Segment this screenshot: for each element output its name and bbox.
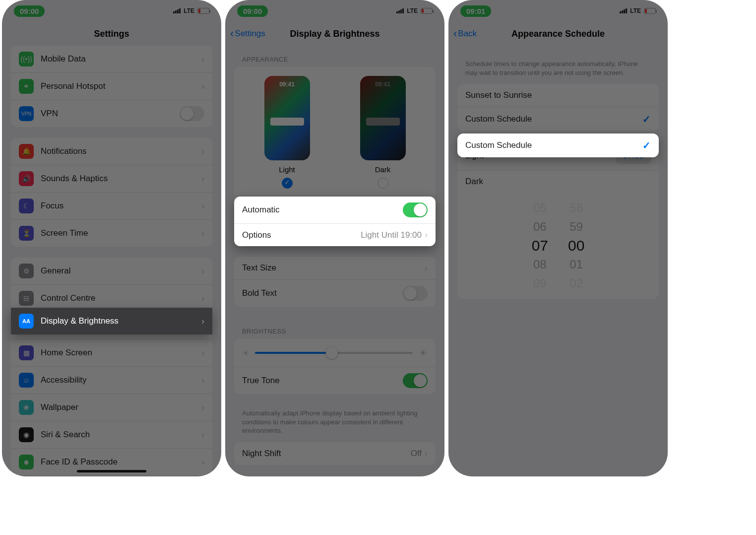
chevron-right-icon: › — [425, 448, 428, 459]
status-bar: 09:00 LTE — [225, 0, 444, 22]
hotspot-icon: ⚭ — [19, 79, 34, 94]
grid-icon: ▦ — [19, 345, 34, 360]
settings-group-alerts: 🔔 Notifications › 🔊 Sounds & Haptics › ☾… — [11, 138, 212, 247]
flower-icon: ❀ — [19, 400, 34, 415]
chevron-right-icon: › — [201, 146, 204, 157]
checkmark-icon: ✓ — [642, 139, 651, 151]
text-size-row[interactable]: Text Size › — [234, 257, 436, 279]
brightness-slider[interactable] — [255, 352, 413, 354]
options-row-highlight[interactable]: Options Light Until 19:00 › — [234, 223, 436, 246]
light-radio[interactable] — [282, 178, 293, 189]
light-preview — [264, 76, 310, 160]
settings-screen: 09:00 LTE Settings ((•)) Mobile Data › ⚭… — [2, 0, 221, 476]
sounds-row[interactable]: 🔊 Sounds & Haptics › — [11, 165, 212, 192]
highlight-display-row: AA Display & Brightness › — [11, 308, 212, 334]
text-group: Text Size › Bold Text — [234, 257, 436, 307]
network-label: LTE — [630, 7, 641, 14]
gear-icon: ⚙ — [19, 264, 34, 278]
chevron-right-icon: › — [201, 430, 204, 440]
notifications-row[interactable]: 🔔 Notifications › — [11, 138, 212, 165]
vpn-toggle[interactable] — [180, 106, 204, 121]
display-brightness-row-highlight[interactable]: AA Display & Brightness › — [11, 308, 212, 334]
network-label: LTE — [407, 7, 418, 14]
text-size-icon: AA — [19, 314, 34, 329]
accessibility-icon: ☺ — [19, 373, 34, 388]
time-picker[interactable]: 05 06 07 08 09 58 59 00 01 02 — [457, 193, 659, 299]
hour-wheel[interactable]: 05 06 07 08 09 — [532, 199, 548, 293]
bold-toggle[interactable] — [403, 286, 428, 301]
bold-text-row[interactable]: Bold Text — [234, 279, 436, 307]
brightness-group: ☀ ☀ True Tone — [234, 339, 436, 394]
appearance-dark[interactable]: Dark — [360, 76, 406, 189]
minute-wheel[interactable]: 58 59 00 01 02 — [568, 199, 584, 293]
home-screen-row[interactable]: ▦ Home Screen › — [11, 339, 212, 366]
checkmark-icon: ✓ — [642, 113, 651, 125]
chevron-right-icon: › — [201, 228, 204, 239]
focus-row[interactable]: ☾ Focus › — [11, 192, 212, 219]
true-tone-row[interactable]: True Tone — [234, 367, 436, 394]
chevron-left-icon: ‹ — [230, 27, 234, 40]
siri-row[interactable]: ◉ Siri & Search › — [11, 421, 212, 448]
back-button[interactable]: ‹ Back — [453, 27, 477, 40]
dark-time-row[interactable]: Dark — [457, 170, 659, 193]
appearance-header: Appearance — [225, 46, 444, 67]
dark-preview — [360, 76, 406, 160]
chevron-right-icon: › — [201, 54, 204, 65]
battery-icon — [421, 8, 433, 14]
appearance-schedule-screen: 09:01 LTE ‹ Back Appearance Schedule Sch… — [448, 0, 668, 476]
speaker-icon: 🔊 — [19, 171, 34, 186]
sunset-sunrise-row[interactable]: Sunset to Sunrise — [457, 84, 659, 107]
chevron-right-icon: › — [201, 375, 204, 386]
page-title: Display & Brightness — [290, 29, 379, 39]
sun-large-icon: ☀ — [419, 347, 428, 359]
chevron-right-icon: › — [201, 348, 204, 358]
night-shift-group: Night Shift Off › — [234, 442, 436, 465]
chevron-right-icon: › — [201, 402, 204, 413]
chevron-right-icon: › — [201, 293, 204, 304]
personal-hotspot-row[interactable]: ⚭ Personal Hotspot › — [11, 72, 212, 100]
auto-lock-group: Auto-Lock 1 minute › — [234, 476, 436, 476]
true-tone-toggle[interactable] — [403, 373, 428, 388]
home-indicator[interactable] — [77, 470, 146, 472]
status-bar: 09:00 LTE — [2, 0, 221, 22]
signal-icon — [396, 8, 404, 13]
navbar: Settings — [2, 22, 221, 46]
bell-icon: 🔔 — [19, 144, 34, 159]
chevron-right-icon: › — [201, 174, 204, 184]
moon-icon: ☾ — [19, 199, 34, 213]
night-shift-row[interactable]: Night Shift Off › — [234, 442, 436, 465]
auto-lock-row[interactable]: Auto-Lock 1 minute › — [234, 476, 436, 476]
siri-icon: ◉ — [19, 427, 34, 442]
automatic-toggle[interactable] — [403, 202, 428, 217]
dark-radio[interactable] — [378, 178, 388, 189]
mobile-data-row[interactable]: ((•)) Mobile Data › — [11, 46, 212, 72]
chevron-right-icon: › — [201, 81, 204, 92]
sliders-icon: ⊟ — [19, 291, 34, 306]
signal-icon — [620, 8, 627, 13]
accessibility-row[interactable]: ☺ Accessibility › — [11, 366, 212, 394]
status-time: 09:00 — [237, 5, 268, 17]
wallpaper-row[interactable]: ❀ Wallpaper › — [11, 394, 212, 421]
page-title: Appearance Schedule — [511, 29, 605, 39]
vpn-row[interactable]: VPN VPN — [11, 100, 212, 127]
schedule-times-group: Light 07:00 Dark 05 06 07 08 09 58 59 00… — [457, 142, 659, 299]
highlight-custom-schedule: Custom Schedule ✓ — [457, 134, 659, 157]
general-row[interactable]: ⚙ General › — [11, 258, 212, 284]
back-button[interactable]: ‹ Settings — [230, 27, 265, 40]
chevron-right-icon: › — [201, 316, 204, 327]
appearance-light[interactable]: Light — [264, 76, 310, 189]
antenna-icon: ((•)) — [19, 52, 34, 67]
automatic-row-highlight[interactable]: Automatic — [234, 197, 436, 223]
custom-schedule-row-highlight[interactable]: Custom Schedule ✓ — [457, 134, 659, 157]
chevron-right-icon: › — [201, 457, 204, 468]
settings-group-network: ((•)) Mobile Data › ⚭ Personal Hotspot ›… — [11, 46, 212, 127]
custom-schedule-row[interactable]: Custom Schedule ✓ — [457, 107, 659, 131]
screen-time-row[interactable]: ⏳ Screen Time › — [11, 219, 212, 247]
brightness-header: Brightness — [225, 318, 444, 339]
chevron-right-icon: › — [425, 230, 428, 240]
battery-icon — [197, 8, 209, 14]
chevron-right-icon: › — [425, 263, 428, 273]
brightness-slider-row[interactable]: ☀ ☀ — [234, 339, 436, 367]
sos-row[interactable]: SOS Emergency SOS › — [11, 475, 212, 476]
true-tone-footer: Automatically adapt iPhone display based… — [225, 405, 444, 442]
